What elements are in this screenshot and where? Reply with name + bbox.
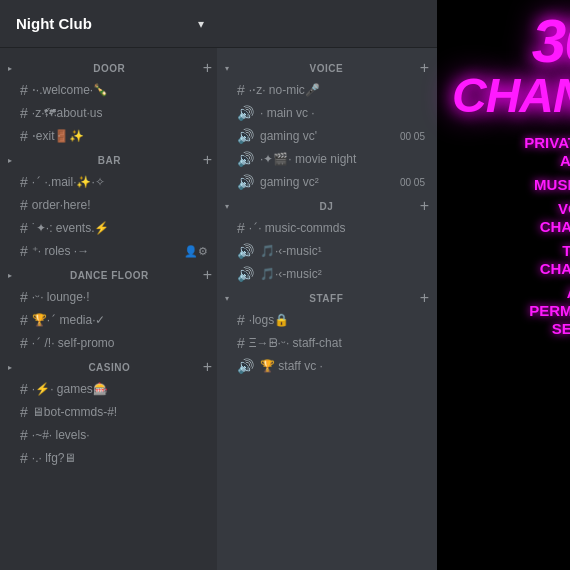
- vc-gaming1[interactable]: 🔊 gaming vc' 00 05: [221, 125, 433, 147]
- voice-channel-list: ▾ VOICE + # ·⋅z· no-mic🎤 🔊 · main vc · 🔊…: [217, 48, 437, 570]
- promo-feature-3: TEXTCHANNELS: [524, 242, 570, 278]
- channel-exit[interactable]: # ⋅exit🚪✨: [4, 125, 216, 147]
- add-dj-channel[interactable]: +: [420, 198, 429, 214]
- vc-music1[interactable]: 🔊 🎵·‹-music¹: [221, 240, 433, 262]
- add-channel-bar[interactable]: +: [203, 152, 212, 168]
- channel-lounge[interactable]: # ·ᵕ· lounge·!: [4, 286, 216, 308]
- channel-nomic[interactable]: # ·⋅z· no-mic🎤: [221, 79, 433, 101]
- channel-roles[interactable]: # ⁺· roles ·→ 👤⚙: [4, 240, 216, 262]
- channel-welcome[interactable]: # ⋅·.welcome·🍾: [4, 79, 216, 101]
- voice-panel: ▾ VOICE + # ·⋅z· no-mic🎤 🔊 · main vc · 🔊…: [217, 0, 437, 570]
- add-staff-channel[interactable]: +: [420, 290, 429, 306]
- promo-feature-4: ALLPERMISSIONSSET UP!: [524, 284, 570, 338]
- vc-music2[interactable]: 🔊 🎵·‹-music²: [221, 263, 433, 285]
- vc-gaming2[interactable]: 🔊 gaming vc² 00 05: [221, 171, 433, 193]
- add-channel-door[interactable]: +: [203, 60, 212, 76]
- discord-sidebar: Night Club ▾ ▸ DOOR + # ⋅·.welcome·🍾 # ·…: [0, 0, 220, 570]
- promo-feature-2: VOICECHANNELS: [524, 200, 570, 236]
- category-voice[interactable]: ▾ VOICE +: [217, 56, 437, 78]
- vc-timer-gaming2: 00 05: [400, 177, 425, 188]
- channel-musiccmmds[interactable]: # ·ˊ· music-commds: [221, 217, 433, 239]
- category-staff[interactable]: ▾ STAFF +: [217, 286, 437, 308]
- category-bar[interactable]: ▸ BAR +: [0, 148, 220, 170]
- channel-events[interactable]: # ˙✦·: events.⚡: [4, 217, 216, 239]
- add-channel-dance[interactable]: +: [203, 267, 212, 283]
- vc-timer-gaming1: 00 05: [400, 131, 425, 142]
- server-header[interactable]: Night Club ▾: [0, 0, 220, 48]
- promo-area: 30+ CHANNELS PRIVATE STAFFAREA MUSIC ARE…: [437, 0, 570, 570]
- channel-lfg[interactable]: # ·.· lfg?🖥: [4, 447, 216, 469]
- promo-feature-1: MUSIC AREA: [524, 176, 570, 194]
- add-channel-casino[interactable]: +: [203, 359, 212, 375]
- vc-main[interactable]: 🔊 · main vc ·: [221, 102, 433, 124]
- channel-mail[interactable]: # ·ˊ ·.mail·✨·✧: [4, 171, 216, 193]
- channel-botcmmds[interactable]: # 🖥bot-cmmds-#!: [4, 401, 216, 423]
- category-dj[interactable]: ▾ DJ +: [217, 194, 437, 216]
- promo-title-line2: CHANNELS: [452, 72, 570, 120]
- channel-media[interactable]: # 🏆·ˊ media·✓: [4, 309, 216, 331]
- channel-about[interactable]: # ·z·🗺about·us: [4, 102, 216, 124]
- promo-features: PRIVATE STAFFAREA MUSIC AREA VOICECHANNE…: [524, 134, 570, 338]
- add-voice-channel[interactable]: +: [420, 60, 429, 76]
- category-dance-floor[interactable]: ▸ DANCE FLOOR +: [0, 263, 220, 285]
- category-door[interactable]: ▸ DOOR +: [0, 56, 220, 78]
- server-chevron: ▾: [198, 17, 204, 31]
- channel-staffchat[interactable]: # Ξ→ᗸ·ᵕ· staff-chat: [221, 332, 433, 354]
- channel-order[interactable]: # order·here!: [4, 194, 216, 216]
- channel-selfpromo[interactable]: # ·ˊ /!· self-promo: [4, 332, 216, 354]
- promo-title-line1: 30+: [532, 10, 570, 72]
- channel-levels[interactable]: # ·~#· levels·: [4, 424, 216, 446]
- vc-staff[interactable]: 🔊 🏆 staff vc ·: [221, 355, 433, 377]
- channel-logs[interactable]: # ·logs🔒: [221, 309, 433, 331]
- category-casino[interactable]: ▸ CASINO +: [0, 355, 220, 377]
- server-name: Night Club: [16, 15, 92, 32]
- vc-movie[interactable]: 🔊 ·✦🎬· movie night: [221, 148, 433, 170]
- channel-list: ▸ DOOR + # ⋅·.welcome·🍾 # ·z·🗺about·us #…: [0, 48, 220, 570]
- channel-games[interactable]: # ·⚡· games🎰: [4, 378, 216, 400]
- promo-feature-0: PRIVATE STAFFAREA: [524, 134, 570, 170]
